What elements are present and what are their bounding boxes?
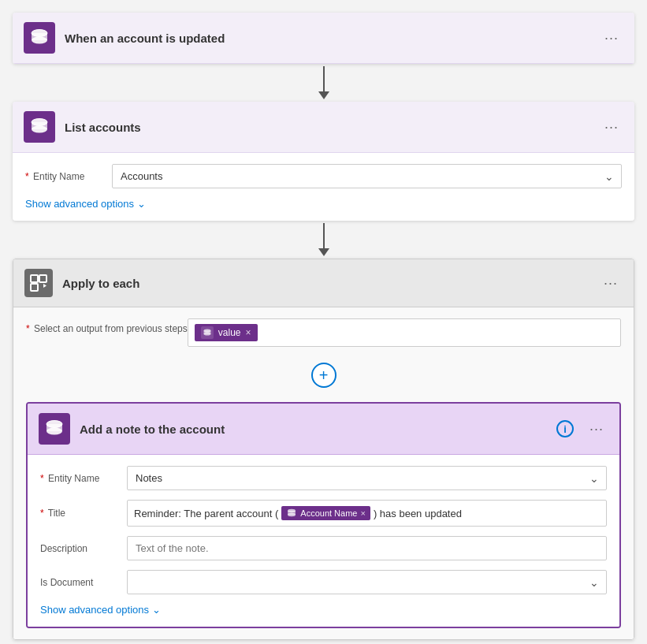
add-note-database-icon xyxy=(43,418,65,440)
arrow-head-2 xyxy=(318,248,329,256)
svg-rect-9 xyxy=(39,275,46,282)
arrow-line-1 xyxy=(323,66,325,91)
list-accounts-header: List accounts ··· xyxy=(13,102,634,153)
add-note-title-field[interactable]: Reminder: The parent account ( Account N… xyxy=(127,500,607,527)
entity-name-label: * Entity Name xyxy=(25,171,112,182)
entity-name-select[interactable]: Accounts xyxy=(112,164,622,188)
list-accounts-body: * Entity Name Accounts ⌄ Show advanced o… xyxy=(13,153,634,221)
list-accounts-card: List accounts ··· * Entity Name Accounts… xyxy=(13,102,634,221)
list-accounts-show-advanced[interactable]: Show advanced options ⌄ xyxy=(25,198,622,210)
entity-name-row: * Entity Name Accounts ⌄ xyxy=(25,164,622,188)
add-note-title: Add a note to the account xyxy=(80,423,556,436)
add-note-more-button[interactable]: ··· xyxy=(585,418,608,441)
svg-rect-8 xyxy=(31,275,38,282)
trigger-card: When an account is updated ··· xyxy=(13,13,634,64)
entity-name-required: * xyxy=(25,171,29,182)
add-note-entity-name-row: * Entity Name Notes ⌄ xyxy=(40,466,607,490)
add-note-description-control xyxy=(127,536,607,560)
list-accounts-more-button[interactable]: ··· xyxy=(600,116,623,139)
svg-point-16 xyxy=(46,428,62,435)
account-name-chip: Account Name × xyxy=(281,506,370,520)
value-chip-icon xyxy=(201,326,214,339)
arrow-line-2 xyxy=(323,223,325,248)
add-note-entity-name-label: * Entity Name xyxy=(40,473,127,484)
add-note-is-document-select[interactable]: Specifies whether the note is an attachm… xyxy=(127,570,607,594)
add-note-icon-box xyxy=(39,413,70,445)
add-note-title-row: * Title Reminder: The parent account ( xyxy=(40,500,607,527)
add-note-description-input[interactable] xyxy=(127,536,607,560)
add-note-entity-name-select[interactable]: Notes xyxy=(127,466,607,490)
apply-to-each-card: Apply to each ··· * Select an output fro… xyxy=(13,259,634,640)
add-note-is-document-row: Is Document Specifies whether the note i… xyxy=(40,570,607,594)
svg-point-6 xyxy=(32,126,47,133)
add-note-show-advanced-chevron-icon: ⌄ xyxy=(152,604,161,616)
apply-to-each-title: Apply to each xyxy=(62,277,599,290)
select-output-row: * Select an output from previous steps v… xyxy=(26,318,621,347)
add-note-title-label: * Title xyxy=(40,508,127,519)
flow-container: When an account is updated ··· List acco… xyxy=(13,13,634,640)
svg-point-20 xyxy=(288,513,296,516)
add-note-description-row: Description xyxy=(40,536,607,560)
select-output-control: value × xyxy=(188,318,621,347)
add-note-show-advanced[interactable]: Show advanced options ⌄ xyxy=(40,604,607,616)
info-icon[interactable]: i xyxy=(556,420,574,437)
show-advanced-chevron-icon: ⌄ xyxy=(137,198,146,210)
list-accounts-database-icon xyxy=(28,116,50,138)
apply-to-each-more-button[interactable]: ··· xyxy=(599,272,623,295)
apply-to-each-header: Apply to each ··· xyxy=(13,259,634,307)
arrow-head-1 xyxy=(318,91,329,99)
value-chip: value × xyxy=(195,324,258,341)
trigger-header: When an account is updated ··· xyxy=(13,13,634,64)
add-note-header-actions: i ··· xyxy=(556,418,608,441)
apply-to-each-icon xyxy=(28,273,49,293)
add-action-button[interactable]: + xyxy=(311,363,337,388)
apply-icon-box xyxy=(24,269,53,297)
add-note-entity-name-control: Notes ⌄ xyxy=(127,466,607,490)
add-note-body: * Entity Name Notes ⌄ * xyxy=(28,455,619,627)
add-note-title-control: Reminder: The parent account ( Account N… xyxy=(127,500,607,527)
trigger-icon-box xyxy=(24,22,55,54)
value-chip-close[interactable]: × xyxy=(245,327,251,338)
account-chip-close[interactable]: × xyxy=(360,508,365,518)
svg-rect-10 xyxy=(31,284,38,291)
plus-button-container: + xyxy=(26,356,621,394)
add-note-is-document-control: Specifies whether the note is an attachm… xyxy=(127,570,607,594)
add-note-description-label: Description xyxy=(40,543,127,554)
apply-to-each-body: * Select an output from previous steps v… xyxy=(13,307,634,639)
entity-name-control: Accounts ⌄ xyxy=(112,164,622,188)
add-note-is-document-label: Is Document xyxy=(40,577,127,588)
add-note-header: Add a note to the account i ··· xyxy=(28,404,619,455)
account-chip-icon xyxy=(286,508,297,519)
trigger-more-button[interactable]: ··· xyxy=(600,27,623,50)
select-output-required: * xyxy=(26,323,30,334)
database-icon xyxy=(28,27,50,49)
list-accounts-title: List accounts xyxy=(65,121,600,134)
svg-point-2 xyxy=(32,37,47,44)
select-output-label: * Select an output from previous steps xyxy=(26,318,188,334)
arrow-2 xyxy=(318,221,329,259)
trigger-title: When an account is updated xyxy=(65,32,600,45)
svg-point-13 xyxy=(203,333,210,336)
add-note-card: Add a note to the account i ··· * Entity… xyxy=(26,402,621,628)
list-accounts-icon-box xyxy=(24,111,55,143)
arrow-1 xyxy=(318,64,329,102)
